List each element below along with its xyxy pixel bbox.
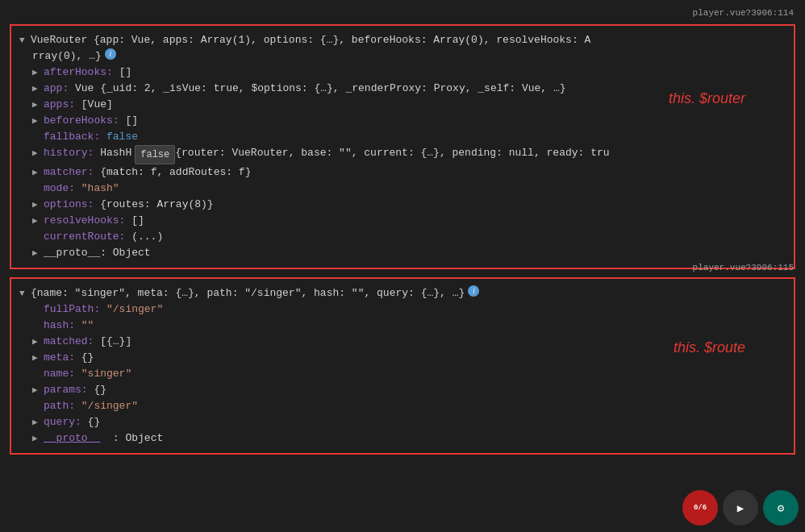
name-line: name: "singer" — [19, 366, 786, 382]
query-arrow[interactable] — [32, 414, 44, 430]
icon-dark[interactable]: ▶ — [723, 490, 758, 526]
route-expand-arrow[interactable] — [19, 285, 31, 301]
resolvehooks-line: resolveHooks: [] — [19, 213, 786, 229]
history-line: history: HashH false {router: VueRouter,… — [19, 145, 786, 164]
proto-arrow-top[interactable] — [32, 245, 44, 261]
proto-line-bottom: __proto__ : Object — [19, 430, 786, 447]
info-icon-top[interactable]: i — [105, 48, 116, 60]
fullpath-line: fullPath: "/singer" — [19, 301, 786, 318]
options-arrow[interactable] — [32, 197, 44, 213]
app-arrow[interactable] — [32, 81, 44, 97]
false-tooltip: false — [135, 145, 175, 164]
mode-line: mode: "hash" — [19, 181, 786, 197]
meta-arrow[interactable] — [32, 350, 44, 366]
proto-arrow-bottom[interactable] — [32, 430, 44, 447]
file-ref-top: player.vue?3906:114 — [693, 8, 794, 18]
route-label: this. $route — [674, 339, 745, 356]
info-icon-bottom[interactable]: i — [468, 285, 479, 297]
expand-arrow[interactable] — [19, 32, 31, 48]
beforehooks-arrow[interactable] — [32, 113, 44, 129]
matcher-line: matcher: {match: f, addRoutes: f} — [19, 164, 786, 181]
currentroute-line: currentRoute: (...) — [19, 229, 786, 245]
route-summary-line: {name: "singer", meta: {…}, path: "/sing… — [19, 285, 786, 301]
resolvehooks-arrow[interactable] — [32, 213, 44, 229]
icon-red[interactable]: 0/6 — [682, 490, 718, 526]
beforehooks-line: beforeHooks: [] — [19, 113, 786, 129]
bottom-icons: 0/6 ▶ ⚙ — [682, 490, 799, 526]
history-arrow[interactable] — [32, 145, 44, 161]
hash-line: hash: "" — [19, 318, 786, 334]
proto-line-top: __proto__: Object — [19, 245, 786, 261]
matched-line: matched: [{…}] — [19, 334, 786, 350]
route-panel: {name: "singer", meta: {…}, path: "/sing… — [10, 277, 795, 455]
path-line: path: "/singer" — [19, 398, 786, 414]
summary-line-top: VueRouter {app: Vue, apps: Array(1), opt… — [19, 32, 786, 48]
router-label: this. $router — [669, 90, 745, 107]
apps-arrow[interactable] — [32, 97, 44, 113]
params-line: params: {} — [19, 382, 786, 398]
options-line: options: {routes: Array(8)} — [19, 197, 786, 213]
afterhooks-line: afterHooks: [] — [19, 64, 786, 81]
afterhooks-arrow[interactable] — [32, 64, 44, 81]
fallback-line: fallback: false — [19, 129, 786, 145]
summary-text: VueRouter {app: Vue, apps: Array(1), opt… — [31, 32, 590, 48]
summary-line2: rray(0), …} i — [19, 48, 786, 64]
params-arrow[interactable] — [32, 382, 44, 398]
router-panel: VueRouter {app: Vue, apps: Array(1), opt… — [10, 24, 795, 269]
matcher-arrow[interactable] — [32, 164, 44, 181]
query-line: query: {} — [19, 414, 786, 430]
matched-arrow[interactable] — [32, 334, 44, 350]
meta-line: meta: {} — [19, 350, 786, 366]
file-ref-bottom: player.vue?3906:115 — [693, 263, 794, 272]
icon-teal[interactable]: ⚙ — [763, 490, 799, 526]
